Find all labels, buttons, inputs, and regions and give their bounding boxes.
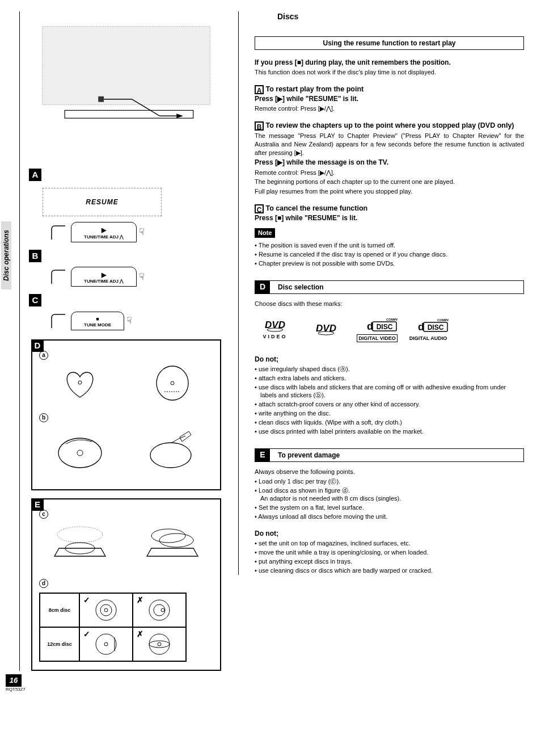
panel-e: E c d 8cm disc (31, 498, 221, 671)
panel-d: D a b (31, 339, 221, 490)
svg-point-18 (149, 600, 170, 620)
finger-icon: ☟ (139, 226, 145, 238)
section-e-bar: E To prevent damage (255, 448, 524, 462)
section-letter-a: A (255, 85, 264, 94)
svg-point-14 (159, 534, 193, 547)
disc-size-grid: 8cm disc ✓ ✗ 12cm disc ✓ ✗ (39, 593, 187, 662)
svg-point-6 (171, 381, 174, 385)
list-item: The position is saved even if the unit i… (255, 241, 524, 250)
list-item: put anything except discs in trays. (255, 557, 524, 566)
write-disc-icon (147, 427, 198, 470)
section-b-body4: Full play resumes from the point where y… (255, 187, 524, 196)
section-letter-b: B (255, 121, 264, 131)
svg-point-19 (154, 604, 165, 616)
svg-point-11 (57, 527, 103, 543)
logo-row: DVD VIDEO DVD COMPACT d DISC DIGITAL VID… (255, 316, 524, 342)
grid-8cm-ok: ✓ (79, 593, 133, 627)
intro-bold: If you press [■] during play, the unit r… (255, 58, 524, 67)
e-list: Load only 1 disc per tray (ⓒ). Load disc… (255, 477, 524, 521)
svg-point-13 (151, 529, 185, 543)
d-lead: Choose discs with these marks: (255, 300, 524, 308)
page-code: RQT5327 (6, 687, 221, 693)
list-item: Resume is canceled if the disc tray is o… (255, 250, 524, 259)
section-a-sub: Press [▶] while "RESUME" is lit. (255, 94, 524, 103)
circle-b: b (39, 413, 48, 422)
cd-digital-audio-logo: COMPACT d DISC DIGITAL AUDIO (408, 317, 449, 342)
circle-d: d (39, 579, 48, 588)
svg-point-24 (149, 634, 170, 654)
panel-label-a: A (29, 169, 41, 181)
stop-icon: ■ (84, 316, 111, 322)
svg-point-10 (150, 443, 191, 468)
button-c-diagram: ■ TUNE MODE ☟ (48, 311, 221, 330)
panel-label-d: D (31, 339, 44, 352)
button-b-diagram: ▶ TUNE/TIME ADJ ⋀ ☟ (48, 267, 221, 287)
panel-c: C ■ TUNE MODE ☟ (31, 296, 221, 330)
list-item: set the unit on top of magazines, inclin… (255, 539, 524, 548)
svg-point-16 (100, 604, 112, 616)
section-c-heading: C To cancel the resume function (255, 204, 524, 213)
dvd-video-logo: DVD VIDEO (255, 318, 295, 340)
section-letter-d: D (255, 281, 270, 293)
svg-point-25 (149, 641, 170, 648)
finger-icon: ☟ (126, 314, 132, 327)
resume-box-header: Using the resume function to restart pla… (255, 36, 524, 50)
svg-text:COMPACT: COMPACT (437, 318, 449, 322)
e-do-not-list: set the unit on top of magazines, inclin… (255, 539, 524, 574)
do-not-head: Do not; (255, 355, 524, 364)
list-item: Load discs as shown in figure ⓓ. An adap… (255, 486, 524, 503)
svg-point-17 (104, 608, 108, 612)
list-item: write anything on the disc. (255, 409, 524, 418)
section-b-sub: Press [▶] while the message is on the TV… (255, 158, 524, 167)
circle-a: a (39, 351, 48, 360)
list-item: attach scratch-proof covers or any other… (255, 400, 524, 409)
section-c-sub: Press [■] while "RESUME" is lit. (255, 213, 524, 222)
section-letter-e: E (255, 449, 270, 461)
svg-point-22 (104, 642, 108, 646)
grid-12cm-label: 12cm disc (40, 627, 79, 661)
svg-point-5 (157, 366, 188, 400)
display-resume: RESUME (43, 188, 162, 216)
list-item: use discs with labels and stickers that … (255, 383, 524, 400)
list-item: attach extra labels and stickers. (255, 374, 524, 383)
list-item: Load only 1 disc per tray (ⓒ). (255, 477, 524, 486)
section-b-body1: The message "Press PLAY to Chapter Previ… (255, 132, 524, 157)
svg-point-20 (161, 608, 164, 612)
grid-8cm-label: 8cm disc (40, 593, 79, 627)
svg-point-15 (96, 600, 116, 620)
svg-point-4 (78, 381, 82, 384)
section-letter-c: C (255, 204, 264, 213)
device-illustration (31, 11, 221, 165)
svg-point-21 (96, 634, 116, 654)
panel-label-b: B (29, 250, 41, 262)
finger-icon: ☟ (139, 271, 145, 283)
side-tab: Disc operations (1, 221, 11, 289)
svg-text:DISC: DISC (377, 323, 393, 331)
e-lead: Always observe the following points. (255, 468, 524, 476)
list-item: Chapter preview is not possible with som… (255, 259, 524, 268)
note-tag: Note (255, 228, 275, 238)
svg-rect-1 (65, 110, 193, 118)
page-number: 16 (6, 674, 22, 687)
section-a-heading: A To restart play from the point (255, 85, 524, 94)
tray-one-disc-icon (49, 523, 111, 568)
panel-b: B ▶ TUNE/TIME ADJ ⋀ ☟ (31, 251, 221, 287)
intro-body: This function does not work if the disc'… (255, 68, 524, 77)
grid-8cm-bad: ✗ (133, 593, 186, 627)
svg-point-9 (77, 450, 83, 456)
play-icon: ▶ (84, 271, 124, 279)
svg-marker-3 (176, 114, 183, 118)
cd-digital-video-logo: COMPACT d DISC DIGITAL VIDEO (357, 316, 398, 342)
page-title: Discs (255, 11, 524, 22)
panel-a: A RESUME ▶ TUNE/TIME ADJ ⋀ ☟ (31, 170, 221, 242)
panel-label-c: C (29, 294, 41, 306)
oval-disc-icon (151, 364, 194, 402)
svg-point-8 (58, 438, 102, 468)
svg-rect-0 (43, 27, 210, 105)
button-a-diagram: ▶ TUNE/TIME ADJ ⋀ ☟ (48, 222, 221, 242)
play-icon: ▶ (84, 226, 124, 234)
list-item: use cleaning discs or discs which are ba… (255, 566, 524, 575)
svg-text:DISC: DISC (428, 324, 444, 331)
panel-label-e: E (31, 498, 44, 511)
svg-point-26 (158, 642, 161, 646)
